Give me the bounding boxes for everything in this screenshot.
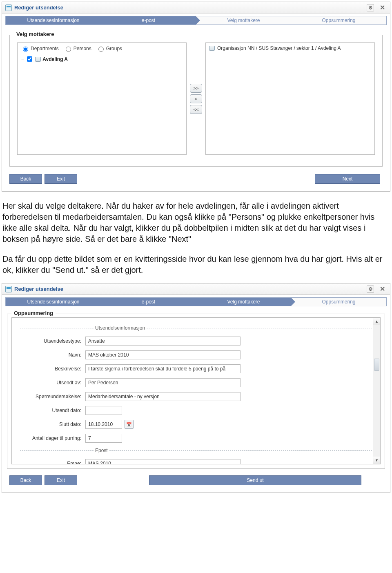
name-label: Navn:: [20, 352, 85, 358]
groupbox-legend: Oppsummering: [11, 310, 56, 316]
subject-label: Emne:: [20, 461, 85, 464]
back-button[interactable]: Back: [9, 475, 42, 485]
step-recipients[interactable]: Velg mottakere: [196, 16, 291, 25]
remove-button[interactable]: <: [190, 94, 202, 103]
radio-persons-input[interactable]: [66, 47, 71, 52]
groupbox-legend: Velg mottakere: [14, 31, 57, 37]
window-title: Rediger utsendelse: [14, 4, 367, 11]
scroll-thumb[interactable]: [374, 359, 379, 371]
department-icon: [35, 57, 41, 62]
gear-icon[interactable]: ⚙: [367, 285, 374, 293]
dialog-footer: Back Exit Send ut: [2, 471, 390, 493]
step-info[interactable]: Utsendelsesinformasjon: [6, 298, 101, 306]
step-summary[interactable]: Oppsummering: [291, 16, 386, 25]
instruction-paragraph-2: Da får du opp dette bildet som er en kvi…: [2, 254, 389, 276]
scrollbar[interactable]: ▲ ▼: [373, 318, 380, 464]
section-epost: Epost: [20, 448, 372, 453]
summary-scroll-area: Utsendelseinformasjon Utsendelsestype: A…: [11, 317, 381, 464]
exit-button[interactable]: Exit: [45, 174, 77, 184]
wizard-steps: Utsendelsesinformasjon e-post Velg motta…: [5, 297, 387, 306]
sent-date-label: Utsendt dato:: [20, 408, 85, 413]
close-icon[interactable]: ✕: [378, 4, 387, 11]
exit-button[interactable]: Exit: [45, 475, 77, 485]
tree-checkbox[interactable]: [27, 56, 32, 62]
survey-label: Spørreundersøkelse:: [20, 394, 85, 399]
type-label: Utsendelsestype:: [20, 338, 85, 344]
titlebar: Rediger utsendelse ⚙ ✕: [2, 2, 390, 13]
close-icon[interactable]: ✕: [378, 285, 387, 293]
type-value: Ansatte: [85, 337, 241, 346]
sent-date-value: [85, 406, 122, 415]
wizard-steps: Utsendelsesinformasjon e-post Velg motta…: [5, 16, 387, 25]
radio-departments[interactable]: Departments: [21, 45, 59, 52]
summary-groupbox: Oppsummering Utsendelseinformasjon Utsen…: [7, 314, 385, 469]
tree-connector-icon: ┈: [21, 56, 24, 62]
selected-item-label: Organisasjon NN / SUS Stavanger / sektor…: [217, 45, 341, 51]
step-info[interactable]: Utsendelsesinformasjon: [6, 16, 101, 25]
transfer-buttons: >> < <<: [190, 42, 202, 155]
radio-persons[interactable]: Persons: [64, 45, 91, 52]
radio-departments-input[interactable]: [23, 47, 28, 52]
send-button[interactable]: Send ut: [149, 475, 361, 485]
step-recipients[interactable]: Velg mottakere: [196, 298, 291, 306]
instruction-paragraph-1: Her skal du velge deltakere. Når du hake…: [2, 201, 389, 245]
app-icon: [5, 286, 12, 292]
remove-all-button[interactable]: <<: [190, 105, 202, 114]
department-icon: [209, 46, 215, 51]
tree-item-label: Avdeling A: [42, 56, 68, 62]
dialog-footer: Back Exit Next: [2, 170, 390, 191]
titlebar: Rediger utsendelse ⚙ ✕: [2, 283, 390, 295]
reminder-value: 7: [85, 434, 122, 443]
gear-icon[interactable]: ⚙: [367, 4, 374, 11]
dialog-select-recipients: Rediger utsendelse ⚙ ✕ Utsendelsesinform…: [2, 2, 390, 192]
calendar-icon[interactable]: 📅: [125, 420, 134, 429]
survey-value: Medarbeidersamtale - ny versjon: [85, 392, 241, 401]
available-panel: Departments Persons Groups ┈ Avdeli: [17, 42, 187, 155]
window-title: Rediger utsendelse: [14, 286, 367, 292]
reminder-label: Antall dager til purring:: [20, 435, 85, 441]
step-epost[interactable]: e-post: [101, 298, 196, 306]
desc-value: I første skjema i forberedelsen skal du …: [85, 364, 241, 373]
selected-panel: Organisasjon NN / SUS Stavanger / sektor…: [205, 42, 375, 155]
scroll-up-icon[interactable]: ▲: [373, 318, 380, 325]
app-icon: [5, 4, 12, 11]
back-button[interactable]: Back: [9, 174, 42, 184]
add-button[interactable]: >>: [190, 84, 202, 93]
dialog-summary: Rediger utsendelse ⚙ ✕ Utsendelsesinform…: [2, 283, 390, 493]
subject-value: MAS 2010: [85, 459, 241, 464]
tree-item-avdeling[interactable]: ┈ Avdeling A: [21, 55, 183, 63]
recipients-groupbox: Velg mottakere Departments Persons Group…: [9, 35, 383, 167]
radio-groups-input[interactable]: [98, 47, 104, 52]
step-summary[interactable]: Oppsummering: [291, 298, 386, 306]
radio-groups[interactable]: Groups: [96, 45, 122, 52]
desc-label: Beskrivelse:: [20, 366, 85, 372]
selected-item[interactable]: Organisasjon NN / SUS Stavanger / sektor…: [209, 45, 371, 51]
step-epost[interactable]: e-post: [101, 16, 196, 25]
end-date-label: Slutt dato:: [20, 421, 85, 427]
sender-value: Per Pedersen: [85, 378, 241, 387]
end-date-value: 18.10.2010: [85, 420, 122, 429]
scroll-down-icon[interactable]: ▼: [373, 457, 380, 464]
section-utsendelse: Utsendelseinformasjon: [20, 325, 372, 331]
name-value: MAS oktober 2010: [85, 350, 241, 359]
next-button[interactable]: Next: [315, 174, 380, 184]
sender-label: Utsendt av:: [20, 380, 85, 386]
